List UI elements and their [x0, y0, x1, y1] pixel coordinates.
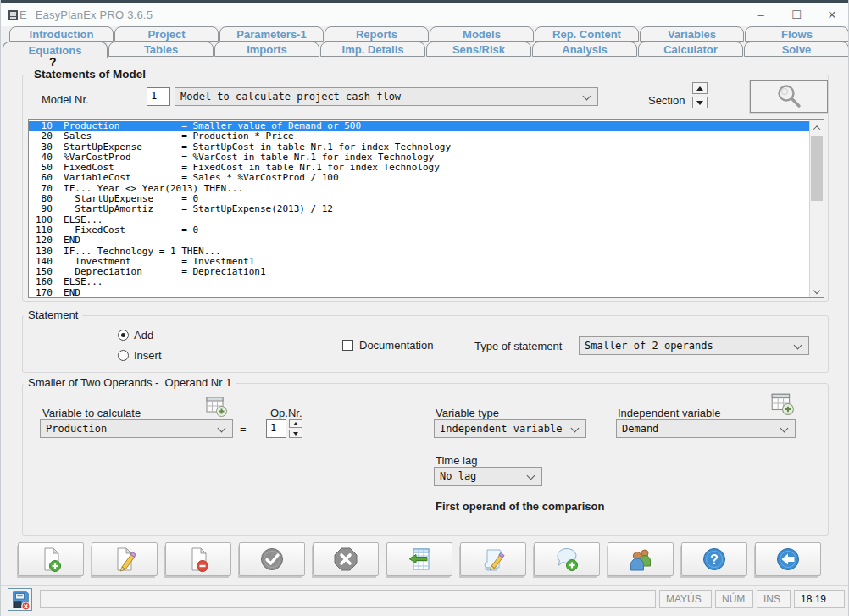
triangle-up-icon [696, 86, 703, 91]
search-button[interactable] [750, 80, 828, 113]
scrollbar-thumb[interactable] [811, 136, 823, 201]
tab-parameters-1[interactable]: Parameters-1 [219, 26, 324, 42]
statement-row[interactable]: 160 ELSE... [29, 277, 809, 287]
edit-document-button[interactable] [92, 542, 158, 576]
insert-radio-label: Insert [134, 349, 162, 362]
variable-type-value: Independent variable [440, 423, 563, 435]
chevron-down-icon [218, 425, 226, 433]
section-spin-down-button[interactable] [692, 97, 708, 108]
users-icon [627, 546, 654, 573]
tab-solve[interactable]: Solve [744, 42, 849, 57]
tab-introduction[interactable]: Introduction [9, 26, 114, 42]
variable-type-select[interactable]: Independent variable [434, 419, 586, 438]
tab-variables[interactable]: Variables [640, 26, 744, 42]
statement-row[interactable]: 120 END [29, 236, 809, 246]
scroll-down-button[interactable] [810, 283, 824, 297]
operand-hint-text: First operand of the comparison [436, 500, 604, 513]
add-radio-label: Add [134, 329, 153, 341]
variable-table-add-button[interactable] [204, 394, 228, 418]
tab-models[interactable]: Models [430, 26, 534, 42]
statement-row[interactable]: 20 Sales = Production * Price [29, 131, 809, 142]
table-add-icon [769, 391, 795, 416]
tab-imports[interactable]: Imports [214, 42, 319, 57]
statements-of-model-title: Statements of Model [30, 68, 150, 80]
chevron-down-icon [794, 341, 802, 350]
statement-row[interactable]: 170 END [29, 288, 809, 298]
tab-project[interactable]: Project [114, 26, 219, 42]
time-lag-select[interactable]: No lag [434, 467, 542, 486]
tab-calculator[interactable]: Calculator [638, 42, 743, 57]
save-status-button[interactable] [8, 588, 32, 611]
independent-variable-select[interactable]: Demand [616, 419, 796, 438]
new-document-button[interactable] [18, 542, 84, 576]
close-button[interactable]: ✕ [814, 3, 849, 26]
delete-document-button[interactable] [165, 542, 231, 576]
check-icon [258, 546, 286, 573]
equals-sign: = [240, 423, 247, 436]
scroll-up-button[interactable] [810, 120, 824, 135]
app-grid-icon [8, 10, 18, 20]
statements-scrollbar[interactable] [809, 120, 824, 297]
documentation-checkbox[interactable]: Documentation [342, 339, 433, 352]
op-nr-spinner [289, 419, 302, 438]
model-nr-label: Model Nr. [42, 93, 89, 106]
add-radio[interactable]: Add [118, 329, 153, 341]
section-spin-up-button[interactable] [692, 82, 708, 94]
tab-rep-content[interactable]: Rep. Content [535, 26, 639, 42]
status-message-panel [40, 590, 656, 608]
tab-row-1: Introduction Project Parameters-1 Report… [1, 26, 849, 42]
new-document-icon [37, 546, 64, 573]
radio-icon [118, 350, 129, 361]
tab-reports[interactable]: Reports [325, 26, 429, 42]
delete-document-icon [185, 546, 212, 573]
edit-document-icon [111, 546, 138, 573]
maximize-button[interactable]: ☐ [779, 3, 814, 26]
help-button[interactable]: ? [681, 542, 747, 576]
tab-sens-risk[interactable]: Sens/Risk [426, 42, 531, 57]
statement-row[interactable]: 130 IF... Technology = 1 THEN... [29, 247, 809, 257]
statement-group-title: Statement [24, 308, 82, 321]
table-return-button[interactable] [386, 542, 452, 576]
op-nr-spin-up-button[interactable] [289, 419, 302, 428]
independent-variable-table-add-button[interactable] [769, 391, 795, 416]
tab-equations[interactable]: Equations [3, 42, 108, 58]
model-nr-input[interactable]: 1 [147, 87, 170, 106]
cancel-button[interactable] [313, 542, 379, 576]
statement-row[interactable]: 90 StartUpAmortiz = StartUpExpense(2013)… [29, 204, 809, 214]
statements-of-model-group: Statements of Model Model Nr. 1 Model to… [22, 75, 829, 302]
radio-icon [118, 330, 129, 341]
chevron-down-icon [571, 425, 580, 433]
chevron-down-icon [583, 92, 591, 101]
statement-row[interactable]: 110 FixedCost = 0 [29, 225, 809, 236]
clock: 18:19 [794, 590, 845, 608]
variable-to-calculate-select[interactable]: Production [40, 419, 233, 438]
table-arrow-icon [406, 546, 433, 573]
users-button[interactable] [608, 542, 674, 576]
help-icon: ? [701, 546, 728, 573]
documentation-button[interactable] [460, 542, 526, 576]
minimize-button[interactable]: – [743, 3, 779, 26]
window-controls: – ☐ ✕ [743, 3, 849, 26]
triangle-down-icon [293, 432, 298, 436]
type-of-statement-select[interactable]: Smaller of 2 operands [579, 336, 809, 355]
back-button[interactable] [755, 542, 821, 576]
op-nr-spin-down-button[interactable] [289, 430, 302, 438]
independent-variable-value: Demand [622, 423, 658, 435]
statements-rows: 10 Production = Smaller value of Demand … [29, 121, 809, 298]
op-nr-input[interactable]: 1 [266, 419, 286, 438]
tab-flows[interactable]: Flows [745, 26, 849, 42]
operand-group-title: Smaller of Two Operands - Operand Nr 1 [24, 376, 236, 389]
confirm-button[interactable] [239, 542, 305, 576]
insert-radio[interactable]: Insert [118, 349, 162, 362]
add-comment-button[interactable] [534, 542, 600, 576]
comment-add-icon [552, 546, 581, 573]
model-select[interactable]: Model to calculate project cash flow [175, 87, 598, 106]
independent-variable-label: Independent variable [618, 407, 720, 419]
documentation-label: Documentation [359, 339, 433, 352]
statement-row[interactable]: 60 VariableCost = Sales * %VarCostProd /… [29, 173, 809, 183]
triangle-up-icon [293, 422, 298, 425]
tab-analysis[interactable]: Analysis [532, 42, 637, 57]
tab-imp-details[interactable]: Imp. Details [320, 42, 425, 57]
tab-tables[interactable]: Tables [108, 42, 214, 57]
statement-row[interactable]: 150 Depreciation = Depreciation1 [29, 267, 809, 277]
